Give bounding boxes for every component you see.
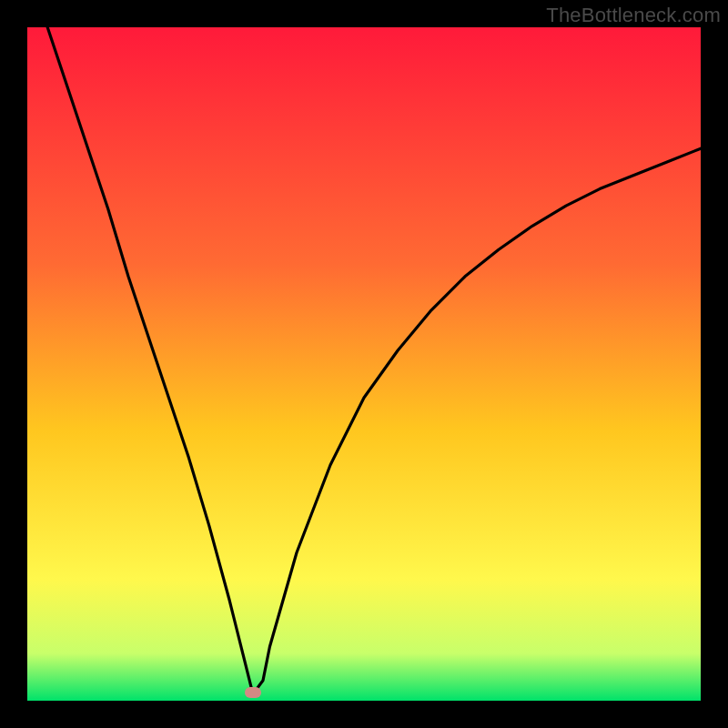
watermark-label: TheBottleneck.com [546, 4, 721, 27]
chart-stage: TheBottleneck.com [0, 0, 728, 728]
optimal-point-marker [245, 687, 261, 698]
bottleneck-curve [27, 27, 701, 701]
plot-area [27, 27, 701, 701]
